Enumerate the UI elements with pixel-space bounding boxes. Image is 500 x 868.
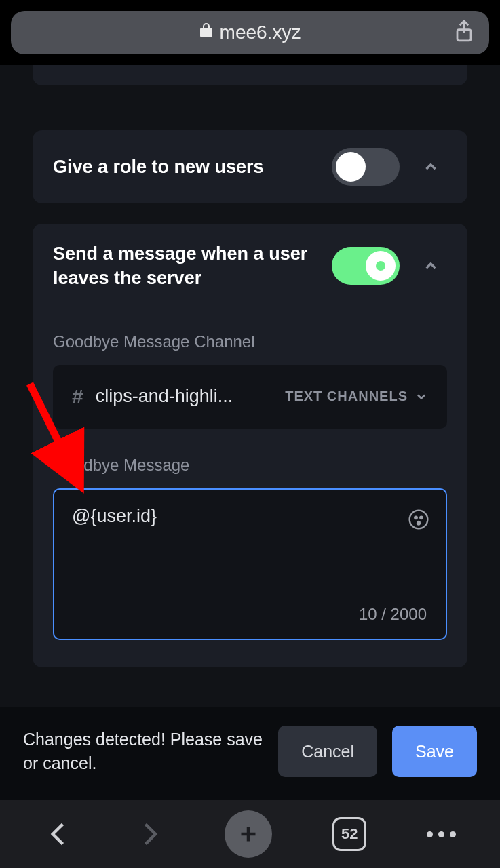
channel-select[interactable]: # clips-and-highli... TEXT CHANNELS (53, 365, 447, 429)
card-title-goodbye: Send a message when a user leaves the se… (53, 241, 332, 291)
lock-icon (199, 22, 213, 43)
new-tab-button[interactable] (225, 810, 272, 858)
browser-top-bar: mee6.xyz (0, 0, 500, 65)
goodbye-message-value: @{user.id} (72, 506, 428, 527)
goodbye-message-input[interactable]: @{user.id} 10 / 2000 (53, 488, 447, 640)
tab-count: 52 (332, 817, 366, 851)
label-goodbye-message: Goodbye Message (53, 456, 447, 475)
address-bar[interactable]: mee6.xyz (11, 11, 489, 54)
save-bar-message: Changes detected! Please save or cancel. (23, 728, 263, 775)
chevron-down-icon (415, 390, 428, 403)
share-icon[interactable] (454, 19, 474, 46)
previous-card-stub (33, 65, 467, 85)
url-host: mee6.xyz (220, 22, 301, 43)
menu-button[interactable] (427, 831, 456, 837)
card-title-give-role: Give a role to new users (53, 155, 332, 179)
collapse-button-goodbye[interactable] (415, 250, 447, 282)
page-content: Give a role to new users Send a message … (0, 65, 500, 707)
label-goodbye-channel: Goodbye Message Channel (53, 332, 447, 351)
cancel-button[interactable]: Cancel (278, 726, 377, 777)
emoji-picker-button[interactable] (408, 509, 429, 533)
toggle-give-role[interactable] (332, 148, 400, 186)
card-goodbye: Send a message when a user leaves the se… (33, 224, 467, 667)
channel-name: clips-and-highli... (96, 386, 273, 407)
channel-group: TEXT CHANNELS (285, 389, 428, 404)
save-bar: Changes detected! Please save or cancel.… (0, 707, 500, 800)
svg-point-3 (420, 516, 422, 518)
toggle-goodbye[interactable] (332, 247, 400, 285)
collapse-button-give-role[interactable] (415, 151, 447, 183)
save-button[interactable]: Save (392, 726, 477, 777)
hash-icon: # (72, 385, 83, 408)
char-counter: 10 / 2000 (359, 605, 427, 624)
svg-point-1 (410, 511, 428, 529)
tabs-button[interactable]: 52 (332, 817, 366, 851)
url-display: mee6.xyz (199, 22, 301, 43)
svg-point-2 (415, 516, 417, 518)
forward-button[interactable] (134, 819, 164, 849)
back-button[interactable] (44, 819, 74, 849)
browser-bottom-bar: 52 (0, 800, 500, 868)
card-give-role: Give a role to new users (33, 130, 467, 203)
channel-group-label: TEXT CHANNELS (285, 389, 408, 404)
svg-point-4 (417, 521, 421, 526)
